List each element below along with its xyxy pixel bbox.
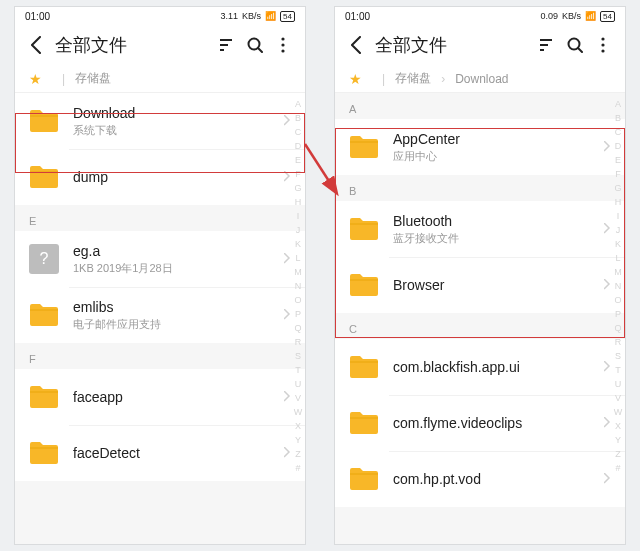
folder-row[interactable]: emlibs电子邮件应用支持 bbox=[15, 287, 305, 343]
chevron-right-icon bbox=[284, 309, 291, 321]
search-button[interactable] bbox=[241, 37, 269, 53]
status-bar: 01:00 0.09KB/s 📶 54 bbox=[335, 7, 625, 25]
back-button[interactable] bbox=[23, 36, 51, 54]
item-name: faceDetect bbox=[73, 445, 284, 461]
item-sub: 1KB 2019年1月28日 bbox=[73, 261, 284, 276]
crumb-root[interactable]: 存储盘 bbox=[75, 70, 111, 87]
item-sub: 电子邮件应用支持 bbox=[73, 317, 284, 332]
chevron-right-icon bbox=[284, 115, 291, 127]
star-icon: ★ bbox=[29, 71, 42, 87]
more-button[interactable] bbox=[589, 37, 617, 53]
back-button[interactable] bbox=[343, 36, 371, 54]
chevron-right-icon bbox=[284, 391, 291, 403]
item-name: com.hp.pt.vod bbox=[393, 471, 604, 487]
phone-right: 01:00 0.09KB/s 📶 54 全部文件 ★ | 存储盘 › Downl… bbox=[334, 6, 626, 545]
status-icons: 0.09KB/s 📶 54 bbox=[541, 11, 615, 22]
status-time: 01:00 bbox=[25, 11, 50, 22]
folder-row[interactable]: AppCenter应用中心 bbox=[335, 119, 625, 175]
breadcrumb[interactable]: ★ | 存储盘 › Download bbox=[335, 65, 625, 93]
folder-icon bbox=[349, 466, 379, 492]
more-button[interactable] bbox=[269, 37, 297, 53]
folder-icon bbox=[349, 410, 379, 436]
folder-icon bbox=[349, 134, 379, 160]
folder-icon bbox=[29, 384, 59, 410]
file-icon: ? bbox=[29, 244, 59, 274]
file-list[interactable]: Download系统下载dumpE?eg.a1KB 2019年1月28日emli… bbox=[15, 93, 305, 544]
item-name: dump bbox=[73, 169, 284, 185]
folder-icon bbox=[349, 272, 379, 298]
item-name: Bluetooth bbox=[393, 213, 604, 229]
section-header: B bbox=[335, 175, 625, 201]
breadcrumb[interactable]: ★ | 存储盘 bbox=[15, 65, 305, 93]
section-header: A bbox=[335, 93, 625, 119]
search-button[interactable] bbox=[561, 37, 589, 53]
sort-button[interactable] bbox=[213, 38, 241, 52]
crumb-root[interactable]: 存储盘 bbox=[395, 70, 431, 87]
chevron-right-icon bbox=[284, 447, 291, 459]
folder-row[interactable]: Bluetooth蓝牙接收文件 bbox=[335, 201, 625, 257]
folder-row[interactable]: dump bbox=[15, 149, 305, 205]
item-name: faceapp bbox=[73, 389, 284, 405]
status-icons: 3.11KB/s 📶 54 bbox=[221, 11, 295, 22]
folder-row[interactable]: com.flyme.videoclips bbox=[335, 395, 625, 451]
item-name: com.blackfish.app.ui bbox=[393, 359, 604, 375]
titlebar: 全部文件 bbox=[335, 25, 625, 65]
page-title: 全部文件 bbox=[375, 33, 533, 57]
status-bar: 01:00 3.11KB/s 📶 54 bbox=[15, 7, 305, 25]
star-icon: ★ bbox=[349, 71, 362, 87]
status-time: 01:00 bbox=[345, 11, 370, 22]
item-sub: 系统下载 bbox=[73, 123, 284, 138]
item-name: emlibs bbox=[73, 299, 284, 315]
page-title: 全部文件 bbox=[55, 33, 213, 57]
folder-row[interactable]: com.hp.pt.vod bbox=[335, 451, 625, 507]
folder-icon bbox=[29, 108, 59, 134]
svg-line-9 bbox=[305, 144, 336, 192]
folder-row[interactable]: faceDetect bbox=[15, 425, 305, 481]
crumb-child[interactable]: Download bbox=[455, 72, 508, 86]
chevron-right-icon bbox=[604, 223, 611, 235]
chevron-right-icon bbox=[604, 361, 611, 373]
item-sub: 应用中心 bbox=[393, 149, 604, 164]
sort-button[interactable] bbox=[533, 38, 561, 52]
item-sub: 蓝牙接收文件 bbox=[393, 231, 604, 246]
item-name: eg.a bbox=[73, 243, 284, 259]
folder-row[interactable]: Download系统下载 bbox=[15, 93, 305, 149]
section-header: E bbox=[15, 205, 305, 231]
chevron-right-icon bbox=[604, 141, 611, 153]
titlebar: 全部文件 bbox=[15, 25, 305, 65]
chevron-right-icon bbox=[284, 171, 291, 183]
folder-icon bbox=[29, 164, 59, 190]
section-header: F bbox=[15, 343, 305, 369]
folder-row[interactable]: Browser bbox=[335, 257, 625, 313]
item-name: com.flyme.videoclips bbox=[393, 415, 604, 431]
file-row[interactable]: ?eg.a1KB 2019年1月28日 bbox=[15, 231, 305, 287]
item-name: Browser bbox=[393, 277, 604, 293]
chevron-right-icon bbox=[284, 253, 291, 265]
folder-row[interactable]: com.blackfish.app.ui bbox=[335, 339, 625, 395]
folder-icon bbox=[349, 354, 379, 380]
phone-left: 01:00 3.11KB/s 📶 54 全部文件 ★ | 存储盘 Downloa… bbox=[14, 6, 306, 545]
folder-icon bbox=[349, 216, 379, 242]
file-list[interactable]: AAppCenter应用中心BBluetooth蓝牙接收文件BrowserCco… bbox=[335, 93, 625, 544]
chevron-right-icon bbox=[604, 417, 611, 429]
item-name: Download bbox=[73, 105, 284, 121]
folder-row[interactable]: faceapp bbox=[15, 369, 305, 425]
folder-icon bbox=[29, 302, 59, 328]
folder-icon bbox=[29, 440, 59, 466]
chevron-right-icon bbox=[604, 279, 611, 291]
chevron-right-icon bbox=[604, 473, 611, 485]
item-name: AppCenter bbox=[393, 131, 604, 147]
section-header: C bbox=[335, 313, 625, 339]
